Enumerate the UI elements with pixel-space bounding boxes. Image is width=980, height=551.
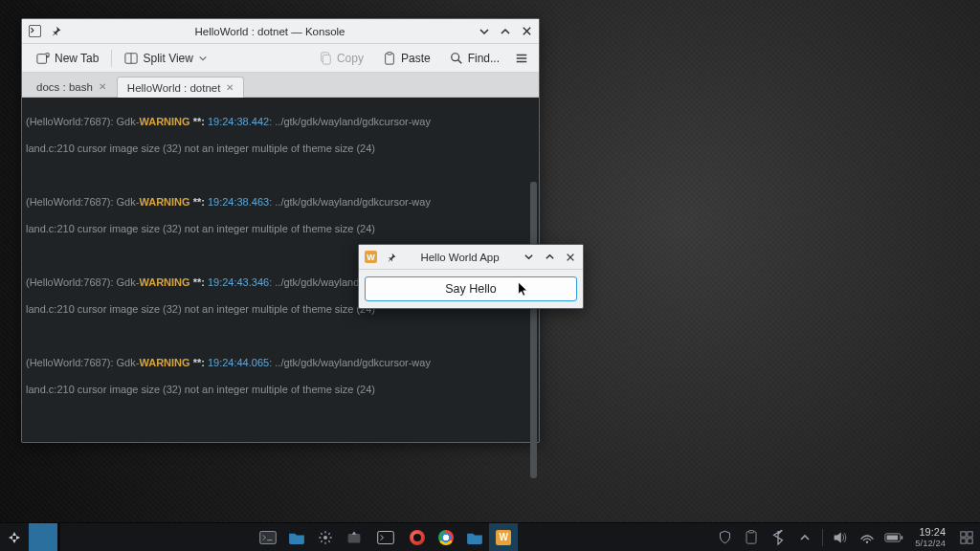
svg-point-16: [866, 540, 868, 542]
show-desktop-button[interactable]: [953, 523, 980, 552]
svg-rect-18: [902, 536, 903, 539]
svg-rect-23: [968, 538, 972, 542]
scrollbar-thumb[interactable]: [530, 182, 537, 478]
taskbar-konsole-running[interactable]: [371, 523, 400, 552]
app-launcher-button[interactable]: [0, 523, 29, 552]
paste-icon: [383, 52, 396, 65]
konsole-window: HelloWorld : dotnet — Konsole New Tab Sp…: [21, 18, 540, 443]
tab-label: HelloWorld : dotnet: [127, 82, 221, 94]
taskbar-item-active[interactable]: [29, 523, 57, 552]
tray-network-icon[interactable]: [854, 523, 880, 552]
maximize-button[interactable]: [499, 25, 512, 38]
konsole-toolbar: New Tab Split View Copy Paste Find...: [22, 44, 539, 73]
svg-rect-10: [260, 531, 277, 543]
svg-rect-19: [887, 535, 899, 540]
taskbar-terminal-icon[interactable]: [254, 523, 282, 552]
taskbar-chrome[interactable]: [432, 523, 460, 552]
tray-chevron-up-icon[interactable]: [791, 523, 818, 552]
clock-date: 5/12/24: [915, 538, 946, 549]
hamburger-icon: [515, 52, 528, 65]
tray-shield-icon[interactable]: [711, 523, 738, 552]
svg-rect-21: [968, 531, 972, 536]
search-icon: [450, 52, 463, 65]
hwapp-app-icon: W: [365, 251, 377, 263]
hwapp-body: Say Hello: [359, 270, 583, 308]
clock-time: 19:24: [915, 526, 946, 538]
find-button[interactable]: Find...: [441, 48, 508, 69]
maximize-button[interactable]: [543, 251, 556, 264]
terminal-app-icon: [28, 25, 41, 38]
toolbar-separator: [111, 50, 112, 67]
tab-docs-bash[interactable]: docs : bash ✕: [26, 76, 117, 97]
minimize-button[interactable]: [478, 25, 491, 38]
taskbar: W 19:24 5/12/24: [0, 522, 980, 551]
say-hello-button[interactable]: Say Hello: [365, 276, 577, 301]
tab-close-icon[interactable]: ✕: [99, 81, 106, 92]
close-button[interactable]: [564, 251, 577, 264]
paste-label: Paste: [401, 52, 431, 65]
tray-clipboard-icon[interactable]: [738, 523, 765, 552]
svg-rect-22: [961, 538, 966, 542]
svg-point-8: [451, 53, 458, 60]
split-view-button[interactable]: Split View: [116, 48, 215, 69]
tab-helloworld-dotnet[interactable]: HelloWorld : dotnet ✕: [117, 77, 245, 98]
tab-label: docs : bash: [36, 81, 93, 93]
konsole-tabbar: docs : bash ✕ HelloWorld : dotnet ✕: [22, 73, 539, 98]
copy-icon: [319, 52, 332, 65]
taskbar-red-app[interactable]: [403, 523, 432, 552]
copy-label: Copy: [337, 52, 364, 65]
svg-rect-7: [388, 52, 391, 55]
taskbar-clock[interactable]: 19:24 5/12/24: [907, 526, 953, 549]
hello-world-app-window: W Hello World App Say Hello: [358, 244, 584, 309]
svg-rect-5: [323, 55, 330, 64]
svg-rect-20: [961, 531, 966, 536]
tray-bluetooth-icon[interactable]: [765, 523, 791, 552]
hwapp-title: Hello World App: [398, 252, 522, 263]
taskbar-hello-world-app[interactable]: W: [489, 523, 518, 552]
tray-volume-icon[interactable]: [827, 523, 854, 552]
copy-button[interactable]: Copy: [310, 48, 372, 69]
hamburger-menu-button[interactable]: [510, 48, 533, 69]
svg-rect-15: [749, 530, 754, 533]
svg-rect-1: [37, 54, 47, 63]
tray-separator: [822, 529, 823, 546]
new-tab-label: New Tab: [55, 52, 99, 65]
minimize-button[interactable]: [522, 251, 535, 264]
mouse-cursor: [517, 281, 530, 298]
konsole-titlebar[interactable]: HelloWorld : dotnet — Konsole: [22, 19, 539, 44]
new-tab-button[interactable]: New Tab: [28, 48, 107, 69]
taskbar-settings-icon[interactable]: [311, 523, 340, 552]
tab-close-icon[interactable]: ✕: [226, 82, 234, 93]
split-view-label: Split View: [143, 52, 192, 65]
svg-rect-12: [348, 534, 361, 543]
pin-icon[interactable]: [385, 251, 398, 264]
split-view-icon: [124, 52, 138, 65]
tray-battery-icon[interactable]: [880, 523, 907, 552]
hwapp-titlebar[interactable]: W Hello World App: [359, 245, 583, 270]
chevron-down-icon: [198, 54, 208, 63]
taskbar-software-icon[interactable]: [340, 523, 368, 552]
svg-rect-14: [746, 532, 756, 544]
paste-button[interactable]: Paste: [374, 48, 439, 69]
svg-line-9: [457, 59, 461, 63]
new-tab-icon: [36, 52, 50, 65]
find-label: Find...: [468, 52, 500, 65]
svg-rect-13: [378, 531, 394, 543]
svg-rect-0: [29, 25, 40, 36]
taskbar-folder-open[interactable]: [460, 523, 489, 552]
close-button[interactable]: [520, 25, 533, 38]
svg-point-11: [323, 536, 327, 540]
konsole-title: HelloWorld : dotnet — Konsole: [62, 26, 478, 37]
taskbar-files-icon[interactable]: [282, 523, 311, 552]
pin-icon[interactable]: [49, 25, 62, 38]
